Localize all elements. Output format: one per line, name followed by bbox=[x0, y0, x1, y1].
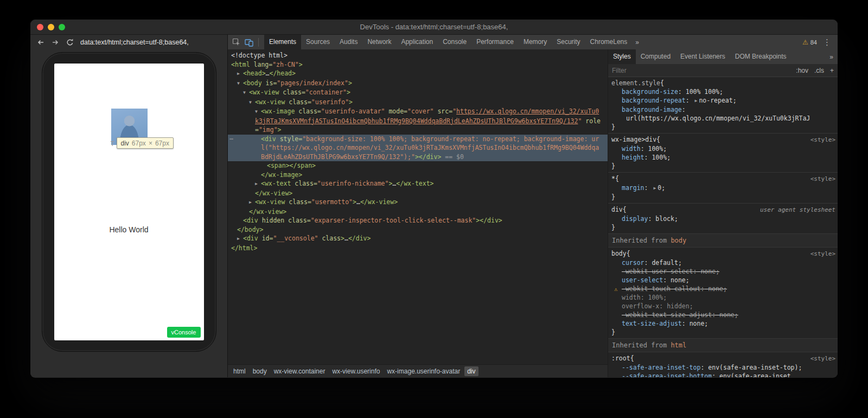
tab-elements[interactable]: Elements bbox=[264, 35, 301, 49]
css-property-name[interactable]: cursor bbox=[622, 259, 644, 267]
css-declaration[interactable]: text-size-adjust: none; bbox=[611, 319, 835, 328]
css-declaration[interactable]: background-repeat: ▶no-repeat; bbox=[611, 96, 835, 105]
dom-node-line[interactable]: ▶<wx-view class="usermotto">…</wx-view> bbox=[228, 198, 608, 207]
stylesheet-origin-link[interactable]: <style> bbox=[806, 136, 835, 144]
tab-performance[interactable]: Performance bbox=[471, 35, 519, 49]
dom-node-line[interactable]: <span></span> bbox=[228, 161, 608, 170]
dom-node-line[interactable]: </html> bbox=[228, 244, 608, 253]
dom-node-line[interactable]: <!doctype html> bbox=[228, 51, 608, 60]
css-property-value[interactable]: 100% bbox=[648, 145, 663, 153]
css-property-value[interactable]: none bbox=[700, 268, 716, 275]
css-property-value[interactable]: no-repeat bbox=[699, 97, 732, 104]
dom-node-line[interactable]: </body> bbox=[228, 225, 608, 235]
dom-node-line[interactable]: ▶<div id="__vconsole" class>…</div> bbox=[228, 234, 608, 244]
dom-node-line[interactable]: ▼<wx-view class="userinfo"> bbox=[228, 98, 608, 107]
breadcrumb-item-wx-image-userinfo-avatar[interactable]: wx-image.userinfo-avatar bbox=[384, 366, 463, 376]
css-declaration[interactable]: margin: ▶0; bbox=[611, 183, 835, 193]
expand-arrow-icon[interactable]: ▶ bbox=[237, 69, 243, 79]
css-declaration[interactable]: width: 100%; bbox=[611, 144, 835, 153]
tab-audits[interactable]: Audits bbox=[335, 35, 362, 49]
address-bar[interactable]: data:text/html;charset=utf-8;base64, bbox=[80, 39, 189, 46]
css-declaration[interactable]: ⚠-webkit-touch-callout: none; bbox=[611, 284, 835, 293]
dom-node-line[interactable]: <div hidden class="exparser-inspector-to… bbox=[228, 216, 608, 225]
css-property-value[interactable]: none bbox=[719, 311, 735, 319]
expand-arrow-icon[interactable]: ▶ bbox=[237, 235, 243, 244]
css-property-name[interactable]: overflow-x bbox=[622, 302, 659, 310]
window-titlebar[interactable]: DevTools - data:text/html;charset=utf-8;… bbox=[30, 20, 838, 35]
breadcrumb-item-div[interactable]: div bbox=[464, 366, 478, 376]
reload-icon[interactable] bbox=[66, 38, 74, 47]
css-declaration[interactable]: background-image: bbox=[611, 105, 835, 114]
css-property-value[interactable]: 100% 100% bbox=[686, 88, 719, 96]
more-actions-ellipsis-icon[interactable]: ⋯ bbox=[229, 135, 234, 144]
dom-node-line[interactable]: ⋯<div style="background-size: 100% 100%;… bbox=[228, 135, 608, 162]
expand-arrow-icon[interactable]: ▶ bbox=[255, 180, 261, 189]
close-window-button[interactable] bbox=[37, 24, 43, 30]
css-declaration[interactable]: cursor: default; bbox=[611, 258, 835, 267]
css-property-name[interactable]: display bbox=[622, 215, 648, 223]
css-property-name[interactable]: --safe-area-inset-bottom bbox=[622, 372, 712, 377]
css-selector[interactable]: element.style bbox=[611, 79, 660, 87]
tab-application[interactable]: Application bbox=[396, 35, 438, 49]
css-property-name[interactable]: background-repeat bbox=[622, 97, 686, 104]
dom-node-line[interactable]: </wx-image> bbox=[228, 170, 608, 180]
dom-node-line[interactable]: ▶<head>…</head> bbox=[228, 69, 608, 79]
expand-shorthand-icon[interactable]: ▶ bbox=[695, 98, 698, 103]
css-declaration[interactable]: display: block; bbox=[611, 214, 835, 223]
dom-node-line[interactable]: ▼<body is="pages/index/index"> bbox=[228, 79, 608, 88]
sidebar-tab-dom-breakpoints[interactable]: DOM Breakpoints bbox=[730, 49, 792, 64]
collapse-arrow-icon[interactable]: ▼ bbox=[243, 88, 249, 98]
css-property-name[interactable]: background-size bbox=[622, 88, 678, 96]
vconsole-button[interactable]: vConsole bbox=[167, 327, 201, 338]
dom-node-line[interactable]: ▶<wx-text class="userinfo-nickname">…</w… bbox=[228, 179, 608, 189]
css-property-name[interactable]: background-image bbox=[622, 106, 682, 113]
css-property-name[interactable]: -webkit-user-select bbox=[622, 268, 693, 275]
css-property-value[interactable]: default bbox=[652, 259, 678, 267]
styles-more-tabs-chevron[interactable]: » bbox=[826, 53, 838, 61]
css-selector[interactable]: :root bbox=[611, 354, 630, 363]
tab-sources[interactable]: Sources bbox=[301, 35, 335, 49]
css-declaration[interactable]: width: 100%; bbox=[611, 293, 835, 302]
dom-node-line[interactable]: ▼<wx-image class="userinfo-avatar" mode=… bbox=[228, 107, 608, 135]
css-property-value[interactable]: 100% bbox=[652, 154, 667, 161]
breadcrumb-item-body[interactable]: body bbox=[250, 366, 270, 376]
css-declaration[interactable]: overflow-x: hidden; bbox=[611, 302, 835, 311]
css-property-name[interactable]: --safe-area-inset-top bbox=[622, 364, 700, 371]
breadcrumb-item-html[interactable]: html bbox=[231, 366, 248, 376]
stylesheet-origin-link[interactable]: <style> bbox=[806, 175, 835, 183]
inherited-node-link[interactable]: html bbox=[671, 341, 686, 349]
css-property-value[interactable]: block bbox=[655, 215, 674, 223]
css-property-value[interactable]: env(safe-area-inset-top) bbox=[708, 364, 798, 371]
css-property-name[interactable]: -webkit-touch-callout bbox=[622, 285, 700, 293]
collapse-arrow-icon[interactable]: ▼ bbox=[249, 98, 255, 107]
new-style-rule-button[interactable]: + bbox=[830, 67, 834, 74]
css-declaration[interactable]: height: 100%; bbox=[611, 153, 835, 162]
css-selector[interactable]: body bbox=[611, 249, 627, 258]
css-property-name[interactable]: -webkit-text-size-adjust bbox=[622, 311, 712, 319]
css-selector[interactable]: wx-image>div bbox=[611, 135, 656, 144]
css-declaration[interactable]: user-select: none; bbox=[611, 276, 835, 284]
minimize-window-button[interactable] bbox=[48, 24, 54, 30]
back-icon[interactable] bbox=[36, 38, 45, 47]
warning-badge[interactable]: ⚠ 84 bbox=[802, 39, 817, 46]
css-url-link[interactable]: url(https://wx.qlogo.cn/mmopen/vi_32/xuT… bbox=[626, 115, 810, 122]
inherited-node-link[interactable]: body bbox=[671, 237, 686, 244]
device-toolbar-icon[interactable] bbox=[245, 38, 253, 47]
sidebar-tab-event-listeners[interactable]: Event Listeners bbox=[675, 49, 730, 64]
tab-chromelens[interactable]: ChromeLens bbox=[585, 35, 633, 49]
css-property-value[interactable]: hidden bbox=[667, 302, 690, 310]
forward-icon[interactable] bbox=[51, 38, 60, 47]
expand-arrow-icon[interactable]: ▶ bbox=[249, 198, 255, 207]
stylesheet-origin-link[interactable]: <style> bbox=[806, 250, 835, 258]
tab-memory[interactable]: Memory bbox=[519, 35, 552, 49]
pseudo-state-toggle[interactable]: :hov bbox=[796, 67, 808, 74]
tab-security[interactable]: Security bbox=[552, 35, 585, 49]
devtools-menu-icon[interactable]: ⋮ bbox=[822, 37, 832, 47]
css-selector[interactable]: * bbox=[611, 174, 615, 183]
dom-node-line[interactable]: <html lang="zh-CN"> bbox=[228, 60, 608, 69]
css-declaration[interactable]: background-size: 100% 100%; bbox=[611, 87, 835, 96]
css-property-name[interactable]: height bbox=[622, 154, 644, 161]
css-property-name[interactable]: text-size-adjust bbox=[622, 320, 682, 327]
dom-node-line[interactable]: </wx-view> bbox=[228, 207, 608, 217]
tab-network[interactable]: Network bbox=[362, 35, 396, 49]
